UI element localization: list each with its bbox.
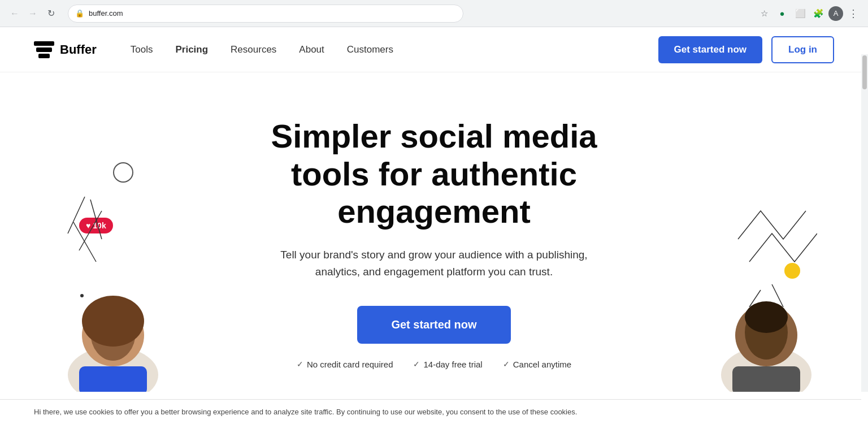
browser-nav-buttons: ← → ↻ [7,6,59,21]
lock-icon: 🔒 [75,9,84,18]
check-icon-2: ✓ [413,360,420,369]
hero-checks: ✓ No credit card required ✓ 14-day free … [297,360,571,369]
check-icon-1: ✓ [297,360,303,369]
logo-text: Buffer [60,42,97,57]
check-no-credit-card: ✓ No credit card required [297,360,393,369]
profile-button[interactable]: A [828,6,843,21]
right-person-image [710,279,823,392]
circle-decoration [113,162,133,183]
hero-section: ♥ 10k [0,72,868,392]
address-bar[interactable]: 🔒 buffer.com [68,5,463,23]
extensions-button[interactable]: 🧩 [810,6,826,21]
reload-button[interactable]: ↻ [43,6,59,21]
check-label-1: No credit card required [307,360,393,369]
buffer-logo-icon [34,41,54,58]
browser-toolbar-right: ☆ ● ⬜ 🧩 A ⋮ [756,6,861,21]
check-label-3: Cancel anytime [513,360,571,369]
hero-subtitle: Tell your brand's story and grow your au… [276,246,592,281]
nav-tools[interactable]: Tools [131,44,153,55]
svg-rect-1 [36,47,52,52]
left-person-svg [57,279,170,392]
svg-point-13 [82,296,144,347]
check-icon-3: ✓ [503,360,510,369]
hero-cta-button[interactable]: Get started now [357,306,510,344]
svg-rect-2 [38,54,50,58]
check-cancel-anytime: ✓ Cancel anytime [503,360,571,369]
main-nav: Tools Pricing Resources About Customers [131,44,658,55]
bookmark-button[interactable]: ☆ [756,6,772,21]
right-person-svg [710,279,823,392]
svg-point-18 [745,301,788,333]
svg-rect-14 [79,366,147,392]
extension-button-green[interactable]: ● [774,6,790,21]
header-actions: Get started now Log in [658,36,834,63]
nav-pricing[interactable]: Pricing [175,44,208,55]
svg-line-4 [73,222,96,262]
screenshot-button[interactable]: ⬜ [792,6,808,21]
header: Buffer Tools Pricing Resources About Cus… [0,27,868,72]
browser-chrome: ← → ↻ 🔒 buffer.com ☆ ● ⬜ 🧩 A ⋮ [0,0,868,27]
header-cta-button[interactable]: Get started now [658,36,762,63]
svg-line-3 [90,200,102,239]
page-content: Buffer Tools Pricing Resources About Cus… [0,27,868,392]
nav-about[interactable]: About [299,44,324,55]
hero-title: Simpler social media tools for authentic… [236,118,632,231]
svg-line-5 [79,211,102,250]
nav-customers[interactable]: Customers [347,44,393,55]
check-label-2: 14-day free trial [423,360,482,369]
logo[interactable]: Buffer [34,41,97,58]
svg-rect-19 [732,366,800,392]
header-login-button[interactable]: Log in [771,36,834,63]
back-button[interactable]: ← [7,6,23,21]
yellow-dot-decoration [784,263,800,279]
left-person-image [57,279,170,392]
svg-rect-0 [34,41,54,46]
menu-button[interactable]: ⋮ [845,6,861,21]
forward-button[interactable]: → [25,6,41,21]
check-free-trial: ✓ 14-day free trial [413,360,482,369]
url-text: buffer.com [89,9,456,18]
nav-resources[interactable]: Resources [231,44,276,55]
